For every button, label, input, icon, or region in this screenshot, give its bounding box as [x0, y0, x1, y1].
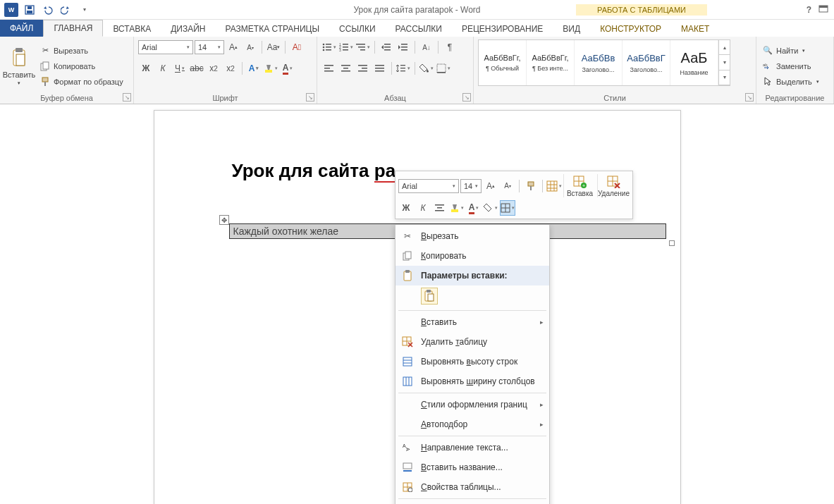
- underline-button[interactable]: Ч: [172, 61, 188, 76]
- mini-format-painter-icon[interactable]: [523, 178, 539, 194]
- highlight-icon[interactable]: [263, 61, 278, 76]
- help-icon[interactable]: ?: [807, 5, 811, 15]
- cm-border-styles[interactable]: Стили оформления границ▸: [395, 395, 549, 414]
- svg-point-17: [323, 49, 325, 51]
- align-center-icon[interactable]: [338, 61, 354, 76]
- numbering-icon[interactable]: 123: [338, 39, 354, 55]
- replace-button[interactable]: abЗаменить: [761, 60, 821, 73]
- mini-italic-button[interactable]: К: [415, 200, 431, 216]
- mini-insert-button[interactable]: + Вставка: [563, 174, 596, 197]
- format-painter-button[interactable]: Формат по образцу: [38, 75, 125, 88]
- mini-delete-button[interactable]: Удаление: [597, 174, 630, 197]
- style-normal[interactable]: АаБбВвГг,¶ Обычный: [479, 40, 527, 85]
- italic-button[interactable]: К: [155, 61, 171, 76]
- mini-borders-icon[interactable]: [500, 200, 515, 216]
- tab-table-layout[interactable]: МАКЕТ: [671, 21, 719, 37]
- font-color-icon[interactable]: A: [280, 61, 295, 76]
- tab-page-layout[interactable]: РАЗМЕТКА СТРАНИЦЫ: [216, 21, 330, 37]
- show-marks-icon[interactable]: ¶: [442, 39, 458, 55]
- strikethrough-button[interactable]: abc: [189, 61, 204, 76]
- mini-align-icon[interactable]: [432, 200, 448, 216]
- style-heading1[interactable]: АаБбВвЗаголово...: [575, 40, 623, 85]
- copy-button[interactable]: Копировать: [38, 60, 125, 73]
- justify-icon[interactable]: [372, 61, 388, 76]
- text-effects-icon[interactable]: A: [246, 61, 262, 76]
- borders-icon[interactable]: [436, 61, 451, 76]
- save-icon[interactable]: [21, 1, 38, 18]
- subscript-button[interactable]: x2: [206, 61, 221, 76]
- styles-gallery-more[interactable]: ▴▾▾: [718, 40, 730, 85]
- undo-icon[interactable]: [39, 1, 56, 18]
- word-app-icon[interactable]: W: [3, 1, 20, 18]
- redo-icon[interactable]: [58, 1, 75, 18]
- bold-button[interactable]: Ж: [138, 61, 154, 76]
- cut-button[interactable]: ✂Вырезать: [38, 44, 125, 57]
- style-heading2[interactable]: АаБбВвГЗаголово...: [623, 40, 670, 85]
- ribbon-display-icon[interactable]: [818, 5, 828, 15]
- clipboard-dialog-launcher[interactable]: ↘: [123, 93, 131, 102]
- line-spacing-icon[interactable]: [395, 61, 411, 76]
- style-no-spacing[interactable]: АаБбВвГг,¶ Без инте...: [527, 40, 575, 85]
- styles-dialog-launcher[interactable]: ↘: [745, 93, 754, 102]
- table-resize-handle[interactable]: [669, 240, 675, 246]
- cm-distribute-cols[interactable]: Выровнять ширину столбцов: [395, 371, 549, 391]
- cm-paste-option-keep-source[interactable]: [395, 285, 549, 309]
- tab-design[interactable]: ДИЗАЙН: [161, 21, 215, 37]
- multilevel-list-icon[interactable]: [355, 39, 371, 55]
- font-name-combo[interactable]: Arial▾: [138, 40, 193, 54]
- style-title[interactable]: АаБНазвание: [670, 40, 718, 85]
- font-dialog-launcher[interactable]: ↘: [306, 93, 314, 102]
- insert-table-icon: +: [572, 174, 588, 190]
- mini-shading-icon[interactable]: [483, 200, 498, 216]
- tab-table-design[interactable]: КОНСТРУКТОР: [590, 21, 671, 37]
- paste-button[interactable]: Вставить ▾: [4, 39, 34, 92]
- mini-font-name[interactable]: Arial▾: [398, 179, 459, 193]
- document-title: Урок для сайта paratapok - Word: [353, 5, 480, 15]
- grow-font-icon[interactable]: A▴: [226, 39, 241, 55]
- mini-insert-table-icon[interactable]: [546, 178, 562, 194]
- mini-grow-font-icon[interactable]: A▴: [483, 178, 498, 194]
- table-move-handle-icon[interactable]: ✥: [219, 215, 229, 225]
- sort-icon[interactable]: A↓: [419, 39, 434, 55]
- mini-shrink-font-icon[interactable]: A▾: [500, 178, 515, 194]
- svg-rect-75: [405, 252, 411, 259]
- cm-table-properties[interactable]: Свойства таблицы...: [395, 477, 549, 497]
- clear-formatting-icon[interactable]: A⃠: [289, 39, 305, 55]
- font-size-combo[interactable]: 14▾: [195, 40, 224, 54]
- increase-indent-icon[interactable]: [395, 39, 411, 55]
- superscript-button[interactable]: x2: [223, 61, 238, 76]
- tab-references[interactable]: ССЫЛКИ: [329, 21, 385, 37]
- decrease-indent-icon[interactable]: [379, 39, 394, 55]
- align-right-icon[interactable]: [355, 61, 371, 76]
- cm-autofit[interactable]: Автоподбор▸: [395, 414, 549, 434]
- select-button[interactable]: Выделить▾: [761, 75, 821, 88]
- tab-review[interactable]: РЕЦЕНЗИРОВАНИЕ: [452, 21, 553, 37]
- svg-rect-40: [358, 65, 367, 66]
- tab-insert[interactable]: ВСТАВКА: [103, 21, 161, 37]
- cm-copy[interactable]: Копировать: [395, 246, 549, 266]
- tab-home[interactable]: ГЛАВНАЯ: [43, 20, 103, 37]
- cm-insert[interactable]: Вставить▸: [395, 312, 549, 332]
- qat-customize-icon[interactable]: ▾: [76, 1, 93, 18]
- shrink-font-icon[interactable]: A▾: [243, 39, 258, 55]
- shading-icon[interactable]: [419, 61, 434, 76]
- styles-gallery[interactable]: АаБбВвГг,¶ Обычный АаБбВвГг,¶ Без инте..…: [478, 39, 730, 86]
- align-left-icon[interactable]: [321, 61, 337, 76]
- change-case-icon[interactable]: Aa▾: [266, 39, 281, 55]
- tab-view[interactable]: ВИД: [553, 21, 590, 37]
- cm-delete-table[interactable]: Удалить таблицу: [395, 332, 549, 352]
- cm-text-direction[interactable]: AAНаправление текста...: [395, 438, 549, 457]
- cm-insert-caption[interactable]: Вставить название...: [395, 457, 549, 477]
- cm-distribute-rows[interactable]: Выровнять высоту строк: [395, 352, 549, 371]
- mini-font-color-icon[interactable]: A: [466, 200, 482, 216]
- mini-bold-button[interactable]: Ж: [398, 200, 414, 216]
- cm-new-comment[interactable]: Создать примечание: [395, 500, 549, 504]
- mini-font-size[interactable]: 14▾: [460, 179, 482, 193]
- paragraph-dialog-launcher[interactable]: ↘: [462, 93, 471, 102]
- bullets-icon[interactable]: [321, 39, 337, 55]
- find-button[interactable]: 🔍Найти▾: [761, 44, 821, 57]
- mini-highlight-icon[interactable]: [449, 200, 465, 216]
- tab-mailings[interactable]: РАССЫЛКИ: [386, 21, 452, 37]
- tab-file[interactable]: ФАЙЛ: [0, 20, 43, 37]
- cm-cut[interactable]: ✂Вырезать: [395, 226, 549, 246]
